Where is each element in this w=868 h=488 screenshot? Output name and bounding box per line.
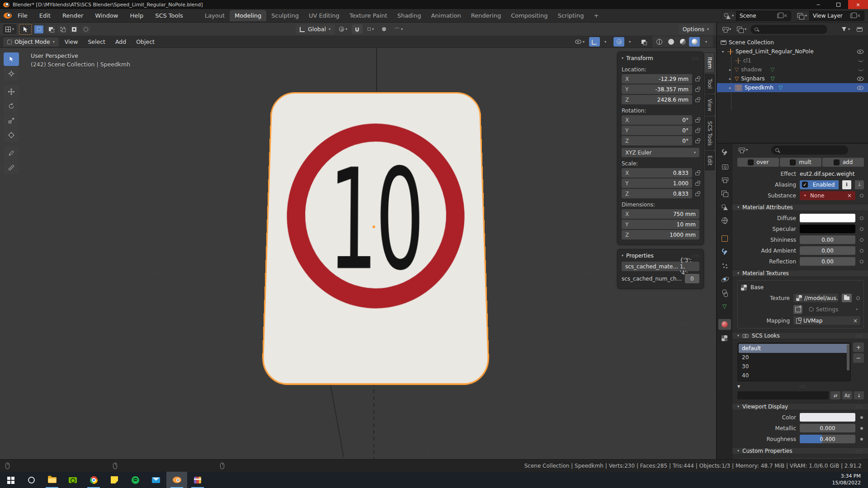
view-layer-name-field[interactable]: View Layer× <box>809 11 864 21</box>
scene-name-field[interactable]: Scene× <box>736 11 791 21</box>
decorator[interactable] <box>859 227 864 231</box>
sidebar-tab-tool[interactable]: Tool <box>705 74 715 93</box>
effect-value[interactable]: eut2.dif.spec.weight <box>800 171 854 177</box>
section-scs-looks[interactable]: ▾ SCS Looks :::: <box>732 332 868 339</box>
checkbox-icon[interactable] <box>834 160 840 165</box>
tab-tool[interactable] <box>718 147 731 158</box>
look-item-40[interactable]: 40 <box>739 371 849 380</box>
tool-transform[interactable] <box>4 128 19 142</box>
location-z-field[interactable]: Z2428.6 mm <box>622 95 692 104</box>
active-tool-button[interactable] <box>19 24 32 35</box>
properties-editor-type-button[interactable]: ▾ <box>736 145 750 155</box>
tool-measure[interactable] <box>4 161 19 174</box>
location-x-field[interactable]: X-12.29 mm <box>622 74 692 84</box>
metallic-slider[interactable]: 0.000 <box>800 424 855 432</box>
tab-scripting[interactable]: Scripting <box>553 10 589 21</box>
flag-over[interactable]: over <box>737 158 779 167</box>
rotation-mode-dropdown[interactable]: XYZ Euler▾ <box>622 148 699 157</box>
lock-icon[interactable] <box>695 130 699 133</box>
decorator[interactable] <box>859 216 864 220</box>
tab-texture-paint[interactable]: Texture Paint <box>344 10 392 21</box>
section-custom-properties[interactable]: ▾ Custom Properties :::: <box>732 447 868 455</box>
lock-icon[interactable] <box>695 99 699 102</box>
menu-window[interactable]: Window <box>89 10 124 21</box>
decorator[interactable] <box>859 438 864 441</box>
tool-annotate[interactable] <box>4 146 19 160</box>
new-collection-button[interactable] <box>854 24 865 34</box>
expand-icon[interactable]: ▸ <box>728 68 732 72</box>
drag-handle-icon[interactable]: :::: <box>856 449 863 453</box>
viewport-3d[interactable]: User Perspective (242) Scene Collection … <box>0 48 716 459</box>
looks-filter-input[interactable] <box>737 391 829 399</box>
aliasing-toggle[interactable]: ✓Enabled <box>800 180 839 189</box>
roughness-slider[interactable]: 0.400 <box>800 435 855 443</box>
checkbox-icon[interactable] <box>748 160 754 165</box>
tab-object-data[interactable]: ▽ <box>718 301 731 312</box>
pivot-point-dropdown[interactable]: ▾ <box>337 24 349 34</box>
tab-uv-editing[interactable]: UV Editing <box>304 10 344 21</box>
resize-grip-icon[interactable]: :::: <box>799 384 807 389</box>
import-button[interactable]: ↓ <box>855 180 864 189</box>
tab-output[interactable] <box>718 174 731 185</box>
drag-handle-icon[interactable]: :::: <box>856 333 863 338</box>
visibility-eye-icon[interactable] <box>857 86 863 90</box>
substance-field[interactable]: •None× <box>800 191 855 200</box>
decorator[interactable] <box>859 416 864 419</box>
overlays-dropdown[interactable]: ▾ <box>624 37 635 47</box>
tab-view-layer[interactable] <box>718 188 731 199</box>
shading-wireframe-button[interactable] <box>654 37 665 47</box>
expand-filter-icon[interactable]: ▼ <box>737 385 740 389</box>
outliner-filter-button[interactable]: ▾ <box>840 24 852 34</box>
select-mode-intersect[interactable] <box>81 25 90 33</box>
texture-settings-dropdown[interactable]: Settings▾ <box>806 305 860 314</box>
menu-view[interactable]: View <box>61 37 82 47</box>
tab-compositing[interactable]: Compositing <box>506 10 553 21</box>
section-material-textures[interactable]: ▾ Material Textures <box>732 270 868 277</box>
menu-select[interactable]: Select <box>84 37 109 47</box>
tool-select-box[interactable] <box>4 52 19 66</box>
tab-layout[interactable]: Layout <box>200 10 230 21</box>
look-item-default[interactable]: default <box>739 344 849 353</box>
cached-num-field[interactable]: 0 <box>685 274 699 283</box>
dimensions-x-field[interactable]: X750 mm <box>622 209 699 219</box>
outliner-row-speedkmh[interactable]: ▸ ▽ Speedkmh ▽ <box>717 83 868 92</box>
scale-x-field[interactable]: X0.833 <box>622 168 692 178</box>
outliner-row-cl1[interactable]: cl1 <box>717 56 868 65</box>
scale-z-field[interactable]: Z0.833 <box>622 189 692 198</box>
tab-world[interactable] <box>718 215 731 226</box>
mail-button[interactable] <box>146 472 166 488</box>
flag-add[interactable]: add <box>822 158 864 167</box>
blender-menu-icon[interactable] <box>4 13 12 19</box>
copy-icon[interactable] <box>850 14 854 18</box>
select-mode-invert[interactable] <box>70 25 79 33</box>
rotation-z-field[interactable]: Z0° <box>622 136 692 145</box>
lock-icon[interactable] <box>695 183 699 186</box>
spotify-button[interactable] <box>125 472 146 488</box>
editor-type-button[interactable]: ▾ <box>3 24 16 34</box>
viewport-color-swatch[interactable] <box>800 413 855 422</box>
clear-icon[interactable]: × <box>847 192 852 199</box>
drag-handle-icon[interactable]: :::: <box>692 56 699 61</box>
dimensions-z-field[interactable]: Z1000 mm <box>622 230 699 239</box>
lock-icon[interactable] <box>695 119 699 122</box>
sort-reverse-button[interactable]: ↓ <box>854 391 864 399</box>
menu-help[interactable]: Help <box>124 10 150 21</box>
outliner-row-shadow[interactable]: ▸ ▽ shadow ▽ <box>717 65 868 74</box>
rotation-x-field[interactable]: X0° <box>622 115 692 125</box>
decorator[interactable] <box>859 194 864 197</box>
section-viewport-display[interactable]: ▾ Viewport Display :::: <box>732 403 868 410</box>
sticky-notes-button[interactable] <box>104 472 125 488</box>
location-y-field[interactable]: Y-38.357 mm <box>622 84 692 94</box>
menu-scs-tools[interactable]: SCS Tools <box>149 10 189 21</box>
lock-icon[interactable] <box>695 172 699 175</box>
properties-search-input[interactable] <box>771 145 848 155</box>
snap-toggle[interactable] <box>352 24 363 34</box>
outliner-row-signbars[interactable]: ▸ ▽ Signbars ▽ <box>717 74 868 83</box>
scale-y-field[interactable]: Y1.000 <box>622 178 692 188</box>
decorator[interactable] <box>859 238 864 242</box>
decorator[interactable] <box>859 427 864 430</box>
lock-icon[interactable] <box>695 89 699 92</box>
file-explorer-button[interactable] <box>42 472 62 488</box>
decorator[interactable] <box>855 296 860 300</box>
select-mode-extend[interactable] <box>46 25 55 33</box>
